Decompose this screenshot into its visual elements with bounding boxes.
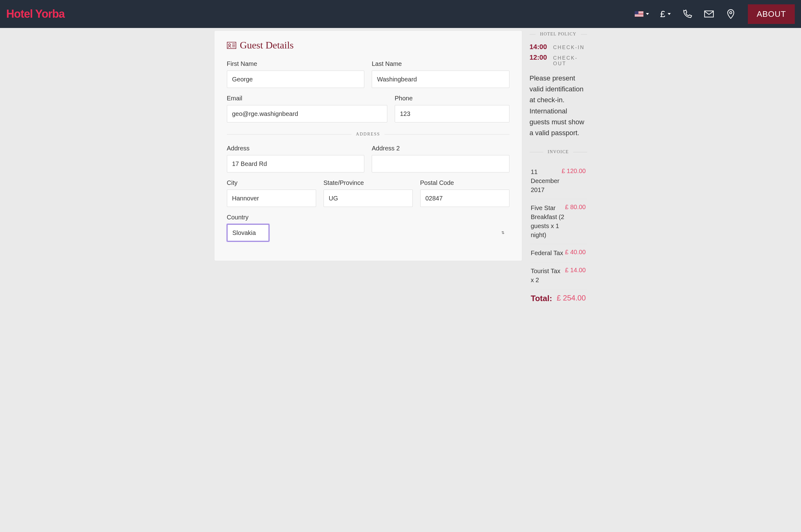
checkout-time: 12:00 bbox=[530, 54, 549, 61]
map-pin-icon bbox=[725, 9, 736, 19]
state-label: State/Province bbox=[323, 179, 413, 187]
first-name-label: First Name bbox=[227, 60, 365, 68]
id-card-icon bbox=[227, 42, 236, 49]
address-section-divider: ADDRESS bbox=[227, 132, 509, 137]
invoice-price: £ 14.00 bbox=[565, 267, 586, 274]
chevron-down-icon bbox=[668, 13, 671, 15]
invoice-row: Federal Tax £ 40.00 bbox=[530, 245, 587, 261]
logo: Hotel Yorba bbox=[6, 7, 64, 20]
phone-input[interactable] bbox=[395, 105, 509, 122]
invoice-row: 11 December 2017 £ 120.00 bbox=[530, 164, 587, 198]
invoice-row: Tourist Tax x 2 £ 14.00 bbox=[530, 263, 587, 288]
policy-text: Please present valid identification at c… bbox=[530, 73, 587, 138]
section-title: Guest Details bbox=[240, 39, 294, 51]
invoice-desc: 11 December 2017 bbox=[531, 168, 562, 194]
invoice-row: Five Star Breakfast (2 guests x 1 night)… bbox=[530, 200, 587, 243]
currency-selector[interactable]: £ bbox=[660, 9, 671, 19]
svg-point-1 bbox=[730, 12, 732, 14]
postal-input[interactable] bbox=[420, 190, 509, 207]
invoice-divider: INVOICE bbox=[530, 150, 587, 154]
address2-input[interactable] bbox=[372, 155, 509, 172]
invoice-total-row: Total: £ 254.00 bbox=[530, 290, 587, 307]
guest-details-card: Guest Details First Name Last Name Email… bbox=[214, 31, 522, 261]
invoice-desc: Tourist Tax x 2 bbox=[531, 267, 565, 285]
phone-icon bbox=[682, 9, 692, 19]
last-name-input[interactable] bbox=[372, 71, 509, 88]
about-button[interactable]: ABOUT bbox=[748, 4, 795, 24]
email-input[interactable] bbox=[227, 105, 387, 122]
city-label: City bbox=[227, 179, 316, 187]
address-input[interactable] bbox=[227, 155, 365, 172]
chevron-down-icon bbox=[646, 13, 649, 15]
mail-icon bbox=[704, 9, 714, 19]
svg-point-3 bbox=[228, 43, 231, 46]
us-flag-icon bbox=[635, 11, 644, 17]
last-name-label: Last Name bbox=[372, 60, 509, 68]
checkin-label: CHECK-IN bbox=[553, 45, 585, 50]
checkin-row: 14:00 CHECK-IN bbox=[530, 43, 587, 51]
currency-symbol: £ bbox=[660, 9, 666, 19]
invoice-price: £ 80.00 bbox=[565, 204, 586, 211]
email-link[interactable] bbox=[704, 9, 714, 19]
address-label: Address bbox=[227, 145, 365, 152]
hotel-policy-divider: HOTEL POLICY bbox=[530, 32, 587, 37]
phone-link[interactable] bbox=[682, 9, 692, 19]
invoice-total-price: £ 254.00 bbox=[557, 294, 585, 302]
invoice-total-label: Total: bbox=[531, 294, 552, 303]
checkin-time: 14:00 bbox=[530, 43, 549, 51]
address-section-label: ADDRESS bbox=[356, 132, 380, 137]
sidebar: HOTEL POLICY 14:00 CHECK-IN 12:00 CHECK-… bbox=[530, 31, 587, 307]
phone-label: Phone bbox=[395, 95, 509, 102]
hotel-policy-label: HOTEL POLICY bbox=[540, 32, 576, 37]
state-input[interactable] bbox=[323, 190, 413, 207]
invoice-desc: Five Star Breakfast (2 guests x 1 night) bbox=[531, 204, 565, 240]
guest-details-heading: Guest Details bbox=[227, 39, 509, 51]
invoice-desc: Federal Tax bbox=[531, 249, 563, 258]
email-label: Email bbox=[227, 95, 387, 102]
city-input[interactable] bbox=[227, 190, 316, 207]
svg-rect-0 bbox=[705, 11, 713, 17]
checkout-label: CHECK-OUT bbox=[553, 55, 587, 66]
country-label: Country bbox=[227, 214, 509, 221]
country-select[interactable]: Slovakia bbox=[227, 224, 269, 242]
location-link[interactable] bbox=[725, 9, 736, 19]
first-name-input[interactable] bbox=[227, 71, 365, 88]
address2-label: Address 2 bbox=[372, 145, 509, 152]
invoice-price: £ 40.00 bbox=[565, 249, 586, 256]
invoice-price: £ 120.00 bbox=[562, 168, 586, 175]
invoice-label: INVOICE bbox=[548, 150, 569, 154]
language-selector[interactable] bbox=[635, 11, 649, 17]
top-navbar: Hotel Yorba £ ABOUT bbox=[0, 0, 801, 28]
postal-label: Postal Code bbox=[420, 179, 509, 187]
checkout-row: 12:00 CHECK-OUT bbox=[530, 54, 587, 66]
